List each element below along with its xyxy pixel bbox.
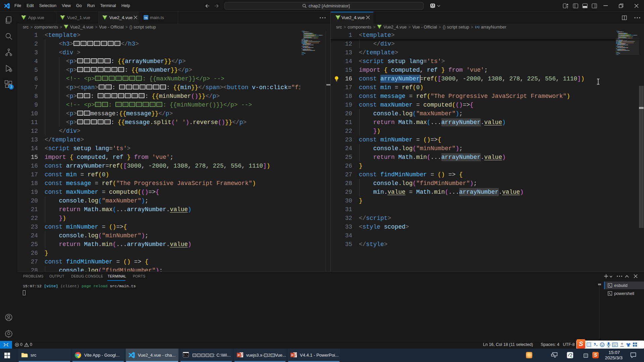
svg-text:TS: TS [144,16,148,19]
svg-text:P: P [291,353,294,357]
svg-text:P: P [238,353,240,357]
svg-text:C:\_: C:\_ [183,354,189,357]
